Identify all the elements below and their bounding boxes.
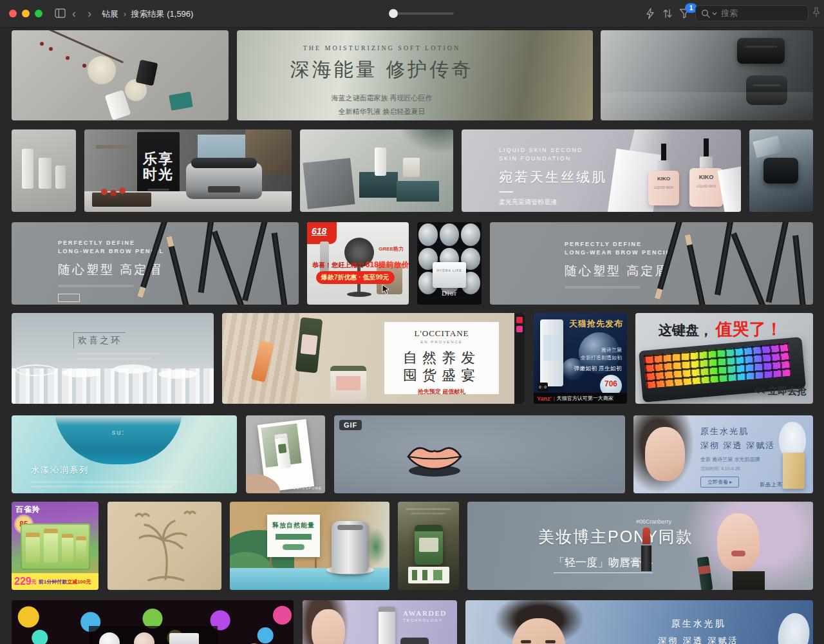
poster-line2: 时光 bbox=[137, 167, 180, 182]
gift-box bbox=[21, 524, 90, 570]
grid-item-pony-lipstick[interactable]: 美妆博主PONY同款 「轻一度」吻唇膏 ▶ #06Cranberry bbox=[467, 502, 813, 590]
mask-ghost bbox=[775, 611, 812, 644]
rings-title: 欢喜之环 bbox=[73, 332, 126, 348]
grid-item-polaroid-handcream[interactable]: SWISSPURE bbox=[246, 415, 325, 493]
cursor-icon bbox=[382, 284, 390, 294]
grid-item-gif-lips[interactable]: GIF bbox=[334, 415, 625, 493]
dior-jar: HYDRA LIFE bbox=[433, 262, 466, 288]
tmall-cat-timer: 0 : 0 bbox=[538, 383, 548, 392]
grid-item-tmall-estee[interactable]: 天猫抢先发布 雅诗兰黛 全新打造剔透如初 弹嫩如初 原生如初 706 0 : 0… bbox=[534, 313, 627, 404]
sign-board: 释放自然能量 bbox=[267, 515, 320, 557]
palm-leaf-shadow bbox=[397, 129, 453, 154]
grid-item-lamer-banner[interactable]: THE MOISTURIZING SOFT LOTION 深海能量 修护传奇 海… bbox=[237, 30, 593, 120]
grid-item-keyboard[interactable]: 这键盘， 值哭了！ << 立即去抢 bbox=[635, 313, 813, 404]
kiko-en2: SKIN FOUNDATION bbox=[499, 155, 607, 163]
locc-cn1: 自然养发 bbox=[384, 349, 499, 366]
grid-item-dior-hydra[interactable]: HYDRA LIFE Dior bbox=[417, 222, 482, 305]
kiko-bottle-brand: KIKO bbox=[648, 176, 679, 182]
thumbnail-size-slider-thumb[interactable] bbox=[389, 9, 398, 18]
tmall-l2: 全新打造剔透如初 bbox=[574, 354, 622, 362]
forward-button[interactable]: › bbox=[88, 8, 91, 19]
tomatoes bbox=[101, 189, 108, 195]
water-sheen bbox=[601, 92, 813, 120]
locc-brand: L'OCCITANE bbox=[384, 328, 499, 339]
pony-t1: 美妆博主PONY同款 bbox=[538, 526, 693, 547]
search-field[interactable] bbox=[695, 5, 809, 21]
pechoin-price: 229 bbox=[14, 576, 32, 587]
grid-item-glass-rings[interactable]: 欢喜之环 bbox=[12, 313, 214, 404]
breadcrumb-folder[interactable]: 钻展 bbox=[102, 9, 118, 19]
gree-pill: 爆款7折优惠 · 低至99元 bbox=[316, 271, 395, 284]
bottle-2 bbox=[39, 158, 52, 189]
jar: su: bbox=[54, 415, 183, 464]
grid-item-ice-jar[interactable] bbox=[749, 129, 813, 212]
bluejar-series: 水漾沁润系列 bbox=[31, 464, 185, 476]
model-face bbox=[717, 513, 760, 571]
brow2-en2: LONG-WEAR BROW PENCIL bbox=[565, 249, 671, 257]
sidebar-toggle-icon[interactable] bbox=[55, 8, 66, 18]
grid-item-gray-bottles[interactable] bbox=[12, 129, 76, 212]
grid-item-green-jar[interactable] bbox=[398, 502, 459, 590]
pin-icon[interactable] bbox=[812, 7, 820, 17]
breadcrumb-separator: › bbox=[124, 9, 126, 19]
bottle-3 bbox=[55, 166, 66, 189]
gif-badge: GIF bbox=[339, 420, 362, 430]
grid-item-dark-jars[interactable] bbox=[601, 30, 813, 120]
model-face bbox=[312, 609, 345, 644]
grid-item-brow-pencil-2[interactable]: PERFECTLY DEFINE LONG-WEAR BROW PENCIL 随… bbox=[490, 222, 813, 305]
estee-button[interactable]: 立即查看 ▸ bbox=[700, 477, 739, 488]
micro-t2: 深彻 深透 深赋活 bbox=[634, 635, 763, 644]
teal-box-2 bbox=[397, 181, 439, 202]
brow2-cn: 随心塑型 高定眉 bbox=[565, 263, 671, 279]
breadcrumb-results: 搜索结果 (1,596) bbox=[131, 9, 194, 19]
gree-highlight: 618提前放价 bbox=[366, 260, 409, 269]
badge-618-text: 618 bbox=[312, 226, 337, 236]
awarded-l2: TECHNOLOGY bbox=[403, 618, 447, 622]
grid-item-blue-jar[interactable]: su: 水漾沁润系列 bbox=[12, 415, 237, 493]
grid-item-air-purifier[interactable]: 释放自然能量 bbox=[230, 502, 389, 590]
brow-button[interactable] bbox=[58, 294, 80, 302]
grid-item-kiko-foundation[interactable]: LIQUID SKIN SECOND SKIN FOUNDATION 宛若天生丝… bbox=[462, 129, 741, 212]
grid-item-skincare-giftset[interactable] bbox=[300, 129, 453, 212]
estee-t2: 深彻 深透 深赋活 bbox=[700, 440, 775, 451]
ice-shard bbox=[753, 136, 782, 158]
grid-item-pechoin-set[interactable]: 百雀羚 85 229 元 前1分钟付款 立减100元 bbox=[12, 502, 98, 590]
back-button[interactable]: ‹ bbox=[72, 8, 76, 19]
teal-box-1 bbox=[359, 172, 398, 198]
quick-actions-icon[interactable] bbox=[645, 8, 655, 19]
tmall-title: 天猫抢先发布 bbox=[569, 318, 623, 330]
search-input[interactable] bbox=[720, 8, 793, 19]
model-top bbox=[733, 571, 765, 590]
thumbnail-size-slider[interactable] bbox=[389, 12, 454, 15]
cutting-board bbox=[92, 193, 151, 207]
model-face bbox=[645, 427, 685, 481]
minimize-button[interactable] bbox=[22, 10, 30, 17]
sort-order-icon[interactable] bbox=[662, 8, 673, 19]
estee-tag: 新品上市 bbox=[760, 481, 783, 488]
breadcrumb: 钻展 › 搜索结果 (1,596) bbox=[102, 8, 193, 20]
micro-t1: 原生水光肌 bbox=[634, 618, 763, 630]
grid-item-kitchen-cooker[interactable]: 乐享 时光 bbox=[84, 129, 292, 212]
sign-text: 释放自然能量 bbox=[267, 521, 320, 530]
estee-sub: 全新 雅诗兰黛 水光肌面膜 bbox=[700, 456, 775, 463]
grid-item-sand-palm[interactable] bbox=[108, 502, 221, 590]
kiko-cn: 宛若天生丝绒肌 bbox=[499, 168, 607, 186]
white-bottle bbox=[375, 147, 386, 176]
zoom-button[interactable] bbox=[35, 10, 42, 17]
grid-item-gree-618[interactable]: 618 GREE格力 恭喜！您赶上格力 618提前放价 爆款7折优惠 · 低至9… bbox=[307, 222, 409, 305]
grid-item-micro-essence[interactable]: 原生水光肌 深彻 深透 深赋活 NEW. Micro Essence Infus… bbox=[465, 600, 813, 644]
center-band bbox=[89, 626, 218, 644]
brow-en1: PERFECTLY DEFINE bbox=[58, 239, 164, 247]
search-scope-chevron-icon[interactable] bbox=[712, 12, 717, 15]
grid-item-flatlay-jars[interactable] bbox=[12, 30, 229, 120]
lips-illustration bbox=[404, 439, 465, 478]
grid-item-shu-flowers[interactable] bbox=[12, 600, 294, 644]
grid-item-brow-pencil-1[interactable]: PERFECTLY DEFINE LONG-WEAR BROW PENCIL 随… bbox=[12, 222, 299, 305]
brow-en2: LONG-WEAR BROW PENCIL bbox=[58, 247, 164, 256]
poster: 乐享 时光 bbox=[137, 132, 180, 199]
grid-item-estee-mask[interactable]: 原生水光肌 深彻 深透 深赋活 全新 雅诗兰黛 水光肌面膜 活动时间: 4.10… bbox=[633, 415, 813, 493]
grid-item-awarded-serum[interactable]: AWARDED TECHNOLOGY bbox=[303, 600, 457, 644]
grid-item-loccitane[interactable]: L'OCCITANE EN PROVENCE 自然养发 囤货盛宴 抢先预定 超值… bbox=[222, 313, 525, 404]
kb-t2: 值哭了！ bbox=[715, 319, 782, 339]
close-button[interactable] bbox=[9, 10, 17, 17]
